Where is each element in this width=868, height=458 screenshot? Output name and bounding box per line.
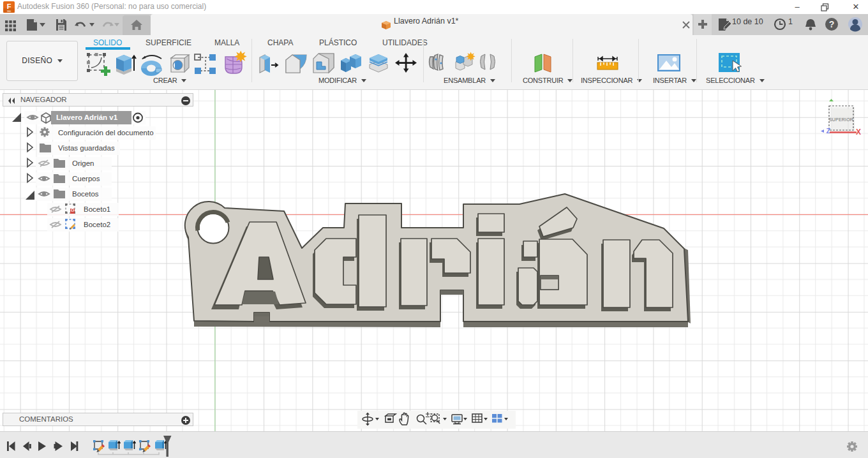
svg-text:360: 360	[7, 10, 11, 13]
svg-text:Z: Z	[827, 127, 831, 135]
svg-text:X: X	[856, 128, 861, 137]
svg-text:SUPERIOR: SUPERIOR	[829, 117, 853, 122]
svg-text:?: ?	[829, 19, 835, 29]
